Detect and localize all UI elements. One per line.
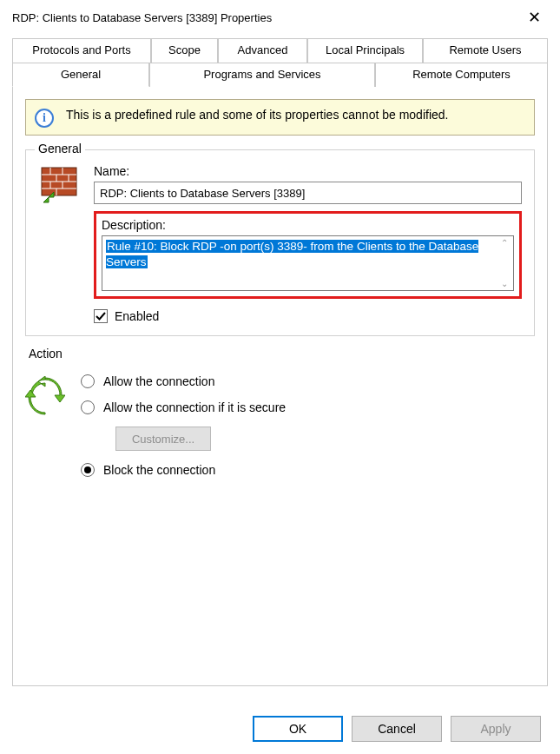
tab-general[interactable]: General (12, 63, 149, 87)
radio-allow-secure[interactable] (81, 400, 95, 414)
scroll-up-icon[interactable]: ⌃ (497, 238, 511, 248)
description-input[interactable]: Rule #10: Block RDP -on port(s) 3389- fr… (102, 235, 514, 291)
dialog-body: Protocols and Ports Scope Advanced Local… (0, 33, 560, 686)
group-action: Action Allow the connection (25, 355, 535, 501)
enabled-checkbox[interactable] (94, 309, 108, 323)
tab-programs-services[interactable]: Programs and Services (149, 63, 375, 87)
apply-button: Apply (451, 716, 541, 742)
recycle-arrows-icon (25, 374, 69, 489)
tabstrip: Protocols and Ports Scope Advanced Local… (12, 38, 548, 87)
tab-remote-users[interactable]: Remote Users (423, 38, 548, 63)
info-text: This is a predefined rule and some of it… (66, 107, 448, 123)
ok-button[interactable]: OK (253, 716, 343, 742)
description-highlight: Description: Rule #10: Block RDP -on por… (94, 211, 522, 299)
firewall-icon (38, 164, 82, 323)
close-icon[interactable]: ✕ (521, 8, 548, 27)
tab-panel-general: i This is a predefined rule and some of … (12, 87, 548, 686)
info-banner: i This is a predefined rule and some of … (25, 99, 535, 136)
titlebar: RDP: Clients to Database Servers [3389] … (0, 0, 560, 33)
dialog-buttons: OK Cancel Apply (253, 716, 541, 742)
radio-block-label: Block the connection (103, 463, 215, 477)
name-input[interactable] (94, 182, 522, 204)
radio-block[interactable] (81, 463, 95, 477)
enabled-label: Enabled (115, 309, 159, 323)
customize-button: Customize... (115, 427, 211, 451)
name-label: Name: (94, 164, 522, 178)
tab-scope[interactable]: Scope (151, 38, 218, 63)
tab-protocols-ports[interactable]: Protocols and Ports (12, 38, 151, 63)
group-general-title: General (35, 142, 85, 155)
cancel-button[interactable]: Cancel (352, 716, 442, 742)
group-general: General (25, 149, 535, 336)
info-icon: i (35, 109, 54, 128)
description-label: Description: (102, 218, 514, 232)
group-action-title: Action (25, 347, 66, 360)
tab-remote-computers[interactable]: Remote Computers (375, 63, 548, 87)
tab-advanced[interactable]: Advanced (218, 38, 307, 63)
tab-local-principals[interactable]: Local Principals (307, 38, 423, 63)
radio-allow-secure-label: Allow the connection if it is secure (103, 400, 286, 414)
description-scrollbar[interactable]: ⌃ ⌄ (497, 238, 511, 288)
scroll-down-icon[interactable]: ⌄ (497, 279, 511, 288)
window-title: RDP: Clients to Database Servers [3389] … (12, 11, 272, 24)
radio-allow-label: Allow the connection (103, 374, 214, 388)
description-text: Rule #10: Block RDP -on port(s) 3389- fr… (106, 240, 478, 268)
radio-allow[interactable] (81, 374, 95, 388)
